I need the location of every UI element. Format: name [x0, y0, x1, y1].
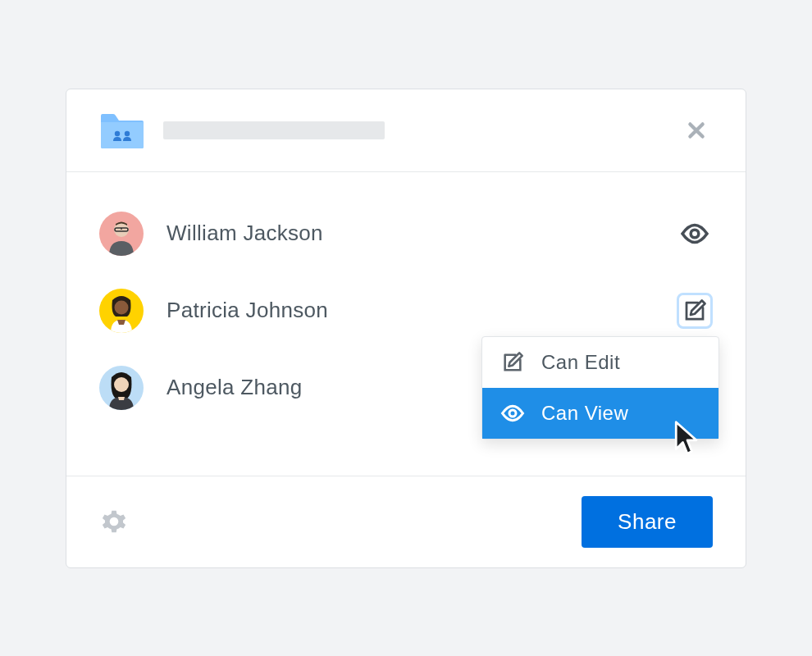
svg-point-8	[509, 410, 516, 417]
dropdown-item-can-view[interactable]: Can View	[482, 388, 718, 439]
share-button[interactable]: Share	[582, 496, 713, 548]
avatar	[99, 289, 144, 333]
svg-point-7	[114, 377, 129, 392]
permission-edit-button[interactable]	[677, 293, 713, 329]
svg-point-6	[115, 300, 129, 314]
settings-button[interactable]	[99, 507, 129, 536]
eye-icon	[499, 399, 527, 427]
member-row: William Jackson	[99, 195, 713, 272]
permission-view-button[interactable]	[677, 216, 713, 252]
dropdown-item-can-edit[interactable]: Can Edit	[482, 337, 718, 388]
share-modal: William Jackson Patricia Johnson	[66, 89, 746, 568]
close-button[interactable]	[680, 114, 713, 147]
svg-point-0	[115, 130, 120, 135]
edit-icon	[499, 348, 527, 376]
close-icon	[686, 120, 707, 141]
shared-folder-icon	[99, 111, 145, 150]
permission-dropdown: Can Edit Can View	[481, 336, 719, 440]
modal-footer: Share	[66, 476, 746, 567]
gear-icon	[101, 508, 127, 535]
avatar	[99, 212, 144, 256]
edit-icon	[682, 298, 707, 323]
folder-title-placeholder	[163, 121, 385, 139]
eye-icon	[680, 219, 709, 248]
dropdown-item-label: Can View	[541, 402, 628, 425]
member-name: Patricia Johnson	[167, 298, 328, 323]
svg-point-1	[125, 130, 130, 135]
member-name: William Jackson	[167, 221, 323, 246]
member-name: Angela Zhang	[167, 375, 303, 400]
avatar	[99, 366, 144, 410]
modal-body: William Jackson Patricia Johnson	[66, 172, 746, 476]
modal-header	[66, 89, 746, 172]
dropdown-item-label: Can Edit	[541, 351, 620, 374]
svg-point-5	[691, 230, 699, 238]
